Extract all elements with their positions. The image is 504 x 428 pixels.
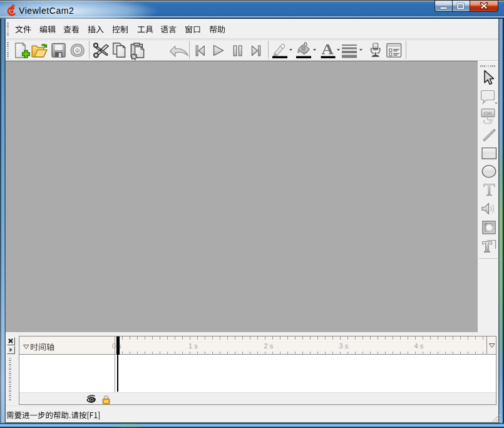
svg-text:OK: OK <box>483 110 492 117</box>
